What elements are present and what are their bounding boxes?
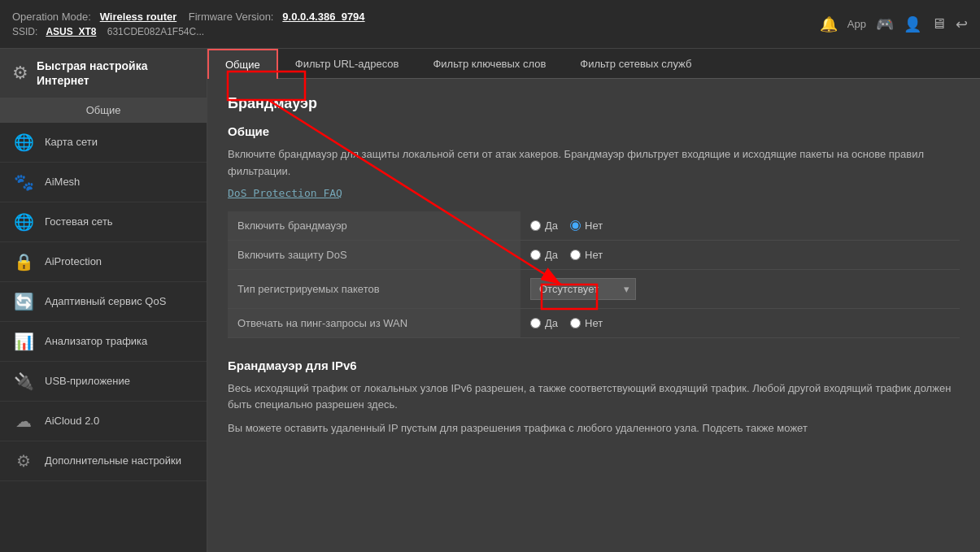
back-icon[interactable]: ↩ <box>956 15 968 33</box>
fw-value: 9.0.0.4.386_9794 <box>282 11 364 23</box>
firewall-label: Включить брандмауэр <box>228 211 520 241</box>
dos-label: Включить защиту DoS <box>228 240 520 269</box>
sidebar-item-advanced[interactable]: ⚙ Дополнительные настройки <box>0 441 207 481</box>
ssid-line: SSID: ASUS_XT8 631CDE082A1F54C... <box>12 26 820 37</box>
ssid-label: SSID: <box>12 26 37 37</box>
firewall-radio-group: Да Нет <box>530 219 950 232</box>
wan-ping-label: Отвечать на пинг-запросы из WAN <box>228 308 520 337</box>
sidebar-item-label: Гостевая сеть <box>45 215 113 229</box>
sidebar-item-network-map[interactable]: 🌐 Карта сети <box>0 123 207 163</box>
aiprotection-icon: 🔒 <box>12 252 35 272</box>
firewall-no-label: Нет <box>585 219 603 232</box>
settings-table: Включить брандмауэр Да Нет <box>228 211 960 338</box>
wan-ping-no-radio[interactable] <box>570 318 581 328</box>
sidebar-item-label: AiMesh <box>45 176 80 189</box>
description-text: Включите брандмауэр для защиты локальной… <box>228 146 960 180</box>
op-mode-value: Wireless router <box>100 11 177 23</box>
firewall-yes-option[interactable]: Да <box>530 219 558 232</box>
wan-ping-yes-label: Да <box>545 317 558 329</box>
tab-keyword-filter[interactable]: Фильтр ключевых слов <box>416 49 563 78</box>
wan-ping-no-label: Нет <box>585 317 603 329</box>
table-row-packets: Тип регистрируемых пакетов Отсутствует П… <box>228 269 960 308</box>
fw-label: Firmware Version: <box>189 11 274 23</box>
op-mode-label: Operation Mode: <box>12 11 91 23</box>
dos-yes-radio[interactable] <box>530 250 541 260</box>
notification-icon[interactable]: 🔔 <box>820 15 838 33</box>
dos-no-label: Нет <box>585 249 603 261</box>
packets-label: Тип регистрируемых пакетов <box>228 269 520 308</box>
traffic-icon: 📊 <box>12 332 35 351</box>
sidebar-section-general: Общие <box>0 98 207 123</box>
wan-ping-radio-group: Да Нет <box>530 317 950 329</box>
app-icon[interactable]: App <box>847 18 866 30</box>
advanced-icon: ⚙ <box>12 451 35 471</box>
sidebar-item-label: Карта сети <box>45 136 98 150</box>
firewall-yes-radio[interactable] <box>530 220 541 231</box>
sidebar-item-traffic-analyzer[interactable]: 📊 Анализатор трафика <box>0 322 207 362</box>
sidebar-item-usb-app[interactable]: 🔌 USB-приложение <box>0 362 207 402</box>
firewall-no-option[interactable]: Нет <box>570 219 603 232</box>
top-bar-icons: 🔔 App 🎮 👤 🖥 ↩ <box>820 15 968 33</box>
monitor-icon[interactable]: 🖥 <box>931 15 946 33</box>
packets-select[interactable]: Отсутствует Принятые Отброшенные Все <box>530 278 636 300</box>
ipv6-section: Брандмауэр для IPv6 Весь исходящий трафи… <box>228 359 960 437</box>
packets-select-wrapper: Отсутствует Принятые Отброшенные Все <box>530 278 636 300</box>
ipv6-title: Брандмауэр для IPv6 <box>228 359 960 372</box>
page-title: Брандмауэр <box>228 95 960 112</box>
content-body: Брандмауэр Общие Включите брандмауэр для… <box>207 79 980 552</box>
sidebar-item-aiprotection[interactable]: 🔒 AiProtection <box>0 242 207 282</box>
firewall-yes-label: Да <box>545 219 558 232</box>
packets-value: Отсутствует Принятые Отброшенные Все <box>520 269 960 308</box>
content-area: Общие Фильтр URL-адресов Фильтр ключевых… <box>207 49 980 552</box>
app-label: App <box>847 18 866 30</box>
sidebar: ⚙ Быстрая настройкаИнтернет Общие 🌐 Карт… <box>0 49 207 552</box>
guest-network-icon: 🌐 <box>12 212 35 232</box>
sidebar-header-icon: ⚙ <box>12 63 28 84</box>
sidebar-item-label: AiCloud 2.0 <box>45 415 99 428</box>
table-row-firewall: Включить брандмауэр Да Нет <box>228 211 960 241</box>
dos-value: Да Нет <box>520 240 960 269</box>
dos-yes-option[interactable]: Да <box>530 249 558 261</box>
network-map-icon: 🌐 <box>12 133 35 152</box>
sidebar-item-label: Дополнительные настройки <box>45 454 181 468</box>
wan-ping-value: Да Нет <box>520 308 960 337</box>
sidebar-header[interactable]: ⚙ Быстрая настройкаИнтернет <box>0 49 207 98</box>
firewall-value: Да Нет <box>520 211 960 241</box>
sidebar-item-aicloud[interactable]: ☁ AiCloud 2.0 <box>0 402 207 441</box>
main-layout: ⚙ Быстрая настройкаИнтернет Общие 🌐 Карт… <box>0 49 980 552</box>
dos-radio-group: Да Нет <box>530 249 950 261</box>
ssid-extra: 631CDE082A1F54C... <box>107 26 204 37</box>
qos-icon: 🔄 <box>12 292 35 311</box>
dos-yes-label: Да <box>545 249 558 261</box>
usb-icon: 🔌 <box>12 372 35 391</box>
sidebar-header-title: Быстрая настройкаИнтернет <box>37 59 147 88</box>
aimesh-icon: 🐾 <box>12 172 35 192</box>
aicloud-icon: ☁ <box>12 411 35 431</box>
sidebar-item-label: AiProtection <box>45 255 102 269</box>
tab-general[interactable]: Общие <box>207 49 278 79</box>
gamepad-icon[interactable]: 🎮 <box>876 15 894 33</box>
ssid-value: ASUS_XT8 <box>46 26 96 37</box>
tab-service-filter[interactable]: Фильтр сетевых служб <box>563 49 708 78</box>
section-general-title: Общие <box>228 124 960 138</box>
tab-bar: Общие Фильтр URL-адресов Фильтр ключевых… <box>207 49 980 79</box>
table-row-dos: Включить защиту DoS Да Нет <box>228 240 960 269</box>
faq-link[interactable]: DoS Protection FAQ <box>228 187 342 199</box>
wan-ping-yes-radio[interactable] <box>530 318 541 328</box>
ipv6-description: Весь исходящий трафик от локальных узлов… <box>228 380 960 415</box>
sidebar-item-adaptive-qos[interactable]: 🔄 Адаптивный сервис QoS <box>0 282 207 322</box>
wan-ping-yes-option[interactable]: Да <box>530 317 558 329</box>
table-row-wan-ping: Отвечать на пинг-запросы из WAN Да <box>228 308 960 337</box>
ipv6-description2: Вы можете оставить удаленный IP пустым д… <box>228 420 960 437</box>
tab-url-filter[interactable]: Фильтр URL-адресов <box>278 49 416 78</box>
wan-ping-no-option[interactable]: Нет <box>570 317 603 329</box>
top-bar: Operation Mode: Wireless router Firmware… <box>0 0 980 49</box>
dos-no-option[interactable]: Нет <box>570 249 603 261</box>
firewall-no-radio[interactable] <box>570 220 581 231</box>
sidebar-item-label: Адаптивный сервис QoS <box>45 295 166 309</box>
dos-no-radio[interactable] <box>570 250 581 260</box>
sidebar-item-aimesh[interactable]: 🐾 AiMesh <box>0 163 207 202</box>
sidebar-item-guest-network[interactable]: 🌐 Гостевая сеть <box>0 202 207 242</box>
user-icon[interactable]: 👤 <box>904 15 921 33</box>
operation-mode-line: Operation Mode: Wireless router Firmware… <box>12 11 820 23</box>
